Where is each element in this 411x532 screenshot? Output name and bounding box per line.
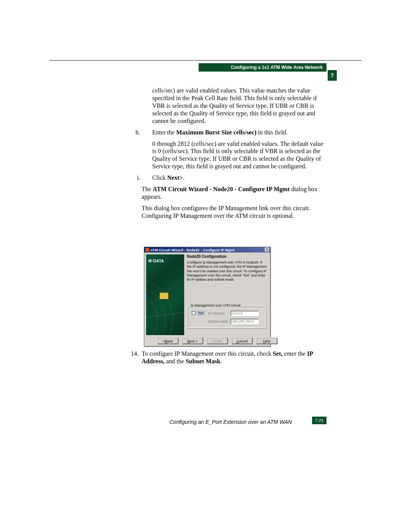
ip-address-input[interactable]: 0.0.0.0 [231,311,259,316]
back-button[interactable]: < Back [157,337,178,344]
wizard-desc: This dialog box configures the IP Manage… [142,205,327,220]
wizard-lead: The [142,186,153,193]
ip-mgmt-groupbox: Ip Management over ATM Circuit Set IP Ad… [187,306,267,329]
footer-page-number: 7-21 [312,417,327,424]
substep-h-body: 0 through 2812 (cells/sec) are valid ena… [152,141,327,171]
help-button[interactable]: Help [256,337,277,344]
cancel-button[interactable]: Cancel [231,337,253,344]
app-icon [145,248,149,252]
finish-button[interactable]: Finish [207,337,228,344]
dialog-heading: Node20 Configuration [187,254,268,259]
dialog-title-text: ATM Circuit Wizard - Node20 - Configure … [150,248,235,252]
wizard-bold: ATM Circuit Wizard - Node20 - Configure … [153,186,290,193]
wizard-appears: The ATM Circuit Wizard - Node20 - Config… [142,186,327,201]
substep-h-bold: Maximum Burst Size cells/sec) [176,129,256,136]
dialog-description: Configure Ip Management over ATM in Node… [187,260,268,282]
svg-point-0 [146,277,173,335]
dialog-atm-circuit-wizard: ATM Circuit Wizard - Node20 - Configure … [144,247,271,347]
substep-i-tail: . [183,174,185,181]
step-14-block: 14. To configure IP Management over this… [144,350,327,366]
set-checkbox-label[interactable]: Set [197,311,205,315]
substep-h-lead: Enter the [152,129,176,136]
substep-i-marker: i. [137,174,152,182]
chapter-tab: 7 [328,70,337,81]
substep-i: i. Click Next>. [144,174,327,182]
subnet-mask-input[interactable]: 255.255.255.0 [231,319,259,324]
next-button[interactable]: Next > [182,337,203,344]
step-14-marker: 14. [131,350,139,358]
body-column: cells/sec) are valid enabled values. Thi… [144,87,327,224]
substep-h: h. Enter the Maximum Burst Size cells/se… [144,129,327,137]
svg-point-1 [146,285,165,335]
close-icon[interactable]: × [265,248,269,252]
dialog-content: Node20 Configuration Configure Ip Manage… [187,254,268,282]
substep-h-marker: h. [135,129,151,137]
footer-section-title: Configuring an E_Port Extension over an … [169,419,292,425]
para-sustain-continuation: cells/sec) are valid enabled values. Thi… [152,87,327,125]
header-rule [49,60,362,61]
dialog-button-row: < Back Next > Finish Cancel Help [157,337,277,344]
sidebar-arcs-icon [146,254,184,335]
section-header-title: Configuring a 1x1 ATM Wide Area Network [231,65,323,70]
section-header-bar: Configuring a 1x1 ATM Wide Area Network [199,63,327,72]
subnet-mask-label: Subnet Mask: [208,320,231,323]
svg-point-2 [146,292,158,335]
substep-i-lead: Click [152,174,167,181]
step-14: 14. To configure IP Management over this… [131,350,327,366]
page: Configuring a 1x1 ATM Wide Area Network … [0,0,411,532]
dialog-sidebar-graphic: McDATA [146,254,184,335]
ip-address-label: IP Address: [208,312,231,315]
groupbox-legend: Ip Management over ATM Circuit [190,304,242,307]
substep-h-tail: in this field. [256,129,288,136]
dialog-titlebar[interactable]: ATM Circuit Wizard - Node20 - Configure … [144,247,270,252]
substep-i-bold: Next> [167,174,183,181]
svg-line-3 [146,277,184,319]
set-checkbox[interactable] [192,311,196,315]
